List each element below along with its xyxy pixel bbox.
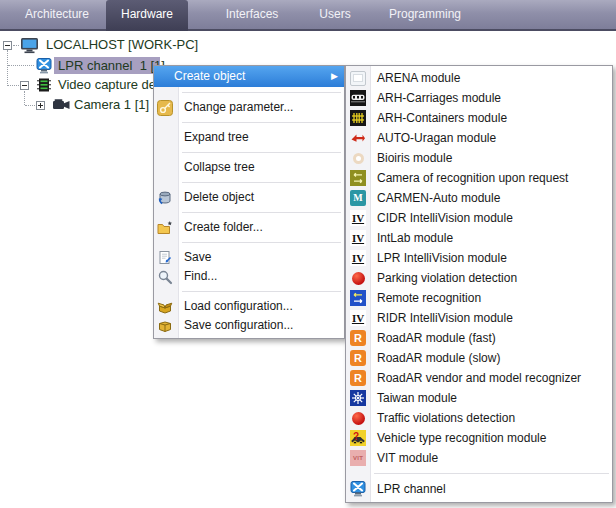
create-object-submenu: ARENA module ARH-Carriages module: [345, 65, 613, 503]
submenu-item-label: CARMEN-Auto module: [377, 191, 500, 205]
delete-icon: [157, 190, 173, 206]
save-config-icon: [157, 318, 173, 334]
submenu-item-cidr-intellivision-module[interactable]: IV CIDR IntelliVision module: [346, 208, 612, 228]
menu-item-label: Save configuration...: [184, 318, 293, 332]
save-icon: [157, 250, 173, 266]
submenu-item-label: AUTO-Uragan module: [377, 131, 496, 145]
menu-item-label: Save: [184, 250, 211, 264]
context-menu: Create object ▶ Change parameter... Expa…: [153, 65, 345, 339]
roadar-icon: R: [350, 350, 366, 366]
menu-item-find[interactable]: Find...: [154, 267, 344, 286]
submenu-item-arena-module[interactable]: ARENA module: [346, 68, 612, 88]
submenu-item-arh-containers-module[interactable]: ARH-Containers module: [346, 108, 612, 128]
menu-item-create-object[interactable]: Create object ▶: [154, 66, 344, 87]
tree-node-camera[interactable]: Camera 1 [1]: [74, 97, 149, 113]
expander-minus-icon[interactable]: [3, 41, 12, 50]
submenu-item-label: IntLab module: [377, 231, 453, 245]
tree-connector: [24, 91, 26, 105]
expander-plus-icon[interactable]: [36, 101, 45, 110]
submenu-item-roadar-module-slow[interactable]: R RoadAR module (slow): [346, 348, 612, 368]
submenu-item-ridr-intellivision-module[interactable]: IV RIDR IntelliVision module: [346, 308, 612, 328]
submenu-item-label: ARENA module: [377, 71, 460, 85]
menu-item-collapse-tree[interactable]: Collapse tree: [154, 158, 344, 177]
question-mark-glyph: ?: [353, 427, 359, 447]
tree-connector: [8, 65, 34, 67]
menu-separator: [182, 242, 341, 243]
submenu-item-roadar-module-fast[interactable]: R RoadAR module (fast): [346, 328, 612, 348]
tree-connector: [8, 85, 19, 87]
submenu-item-label: Parking violation detection: [377, 271, 517, 285]
submenu-item-label: RoadAR module (fast): [377, 331, 496, 345]
intellivision-icon: IV: [350, 310, 366, 326]
menu-item-label: Load configuration...: [184, 299, 293, 313]
menu-separator: [182, 291, 341, 292]
carriages-icon: [350, 90, 366, 106]
submenu-item-label: Camera of recognition upon request: [377, 171, 568, 185]
submenu-item-label: Traffic violations detection: [377, 411, 515, 425]
tree-node-localhost[interactable]: LOCALHOST [WORK-PC]: [46, 37, 198, 53]
menu-item-expand-tree[interactable]: Expand tree: [154, 128, 344, 147]
taiwan-icon: [350, 390, 366, 406]
remote-icon: [350, 290, 366, 306]
menu-item-label: Create folder...: [184, 220, 263, 234]
menu-item-change-parameter[interactable]: Change parameter...: [154, 98, 344, 117]
computer-icon: [20, 37, 39, 58]
lpr-channel-icon: [36, 58, 52, 78]
containers-icon: [350, 110, 366, 126]
submenu-item-vehicle-type-recognition-module[interactable]: ? Vehicle type recognition module: [346, 428, 612, 448]
menu-item-delete-object[interactable]: Delete object: [154, 188, 344, 207]
submenu-item-bioiris-module[interactable]: Bioiris module: [346, 148, 612, 168]
tab-users[interactable]: Users: [300, 0, 370, 29]
menu-item-label: Delete object: [184, 190, 254, 204]
intellivision-icon: IV: [350, 210, 366, 226]
menubar-bottom-edge: [0, 29, 616, 31]
submenu-item-arh-carriages-module[interactable]: ARH-Carriages module: [346, 88, 612, 108]
roadar-icon: R: [350, 330, 366, 346]
menu-item-create-folder[interactable]: Create folder...: [154, 218, 344, 237]
tab-hardware[interactable]: Hardware: [106, 0, 188, 31]
submenu-item-label: Bioiris module: [377, 151, 452, 165]
application-window: Architecture Hardware Interfaces Users P…: [0, 0, 616, 508]
find-icon: [157, 269, 173, 285]
submenu-item-parking-violation-detection[interactable]: Parking violation detection: [346, 268, 612, 288]
menu-separator: [182, 122, 341, 123]
menu-item-label: Collapse tree: [184, 160, 255, 174]
key-icon: [157, 100, 173, 116]
load-config-icon: [157, 299, 173, 315]
tree-node-lpr-channel[interactable]: LPR channel 1 [1]: [58, 58, 165, 74]
menu-separator: [182, 92, 341, 93]
submenu-item-lpr-channel[interactable]: LPR channel: [346, 479, 612, 499]
roadar-icon: R: [350, 370, 366, 386]
submenu-item-vit-module[interactable]: VIT VIT module: [346, 448, 612, 468]
submenu-item-label: VIT module: [377, 451, 438, 465]
submenu-item-taiwan-module[interactable]: Taiwan module: [346, 388, 612, 408]
intellivision-icon: IV: [350, 250, 366, 266]
submenu-item-intlab-module[interactable]: IV IntLab module: [346, 228, 612, 248]
submenu-item-label: Vehicle type recognition module: [377, 431, 546, 445]
submenu-item-carmen-auto-module[interactable]: M CARMEN-Auto module: [346, 188, 612, 208]
tab-interfaces[interactable]: Interfaces: [212, 0, 292, 29]
menu-item-save[interactable]: Save: [154, 248, 344, 267]
camera-request-icon: [350, 170, 366, 186]
submenu-item-lpr-intellivision-module[interactable]: IV LPR IntelliVision module: [346, 248, 612, 268]
submenu-item-roadar-vendor-and-model-recognizer[interactable]: R RoadAR vendor and model recognizer: [346, 368, 612, 388]
submenu-item-label: RoadAR module (slow): [377, 351, 500, 365]
expander-minus-icon[interactable]: [20, 81, 29, 90]
tab-architecture[interactable]: Architecture: [18, 0, 96, 29]
red-circle-icon: [350, 410, 366, 426]
submenu-item-label: ARH-Containers module: [377, 111, 507, 125]
submenu-item-label: ARH-Carriages module: [377, 91, 501, 105]
submenu-item-remote-recognition[interactable]: Remote recognition: [346, 288, 612, 308]
menu-separator: [182, 212, 341, 213]
tree-node-video-capture-device[interactable]: Video capture dev: [58, 77, 163, 93]
uragan-icon: [350, 130, 366, 146]
tab-programming[interactable]: Programming: [370, 0, 480, 29]
menu-item-save-configuration[interactable]: Save configuration...: [154, 316, 344, 335]
submenu-item-label: LPR IntelliVision module: [377, 251, 507, 265]
submenu-item-auto-uragan-module[interactable]: AUTO-Uragan module: [346, 128, 612, 148]
menu-item-load-configuration[interactable]: Load configuration...: [154, 297, 344, 316]
submenu-item-traffic-violations-detection[interactable]: Traffic violations detection: [346, 408, 612, 428]
submenu-item-label: Taiwan module: [377, 391, 457, 405]
submenu-item-camera-of-recognition-upon-request[interactable]: Camera of recognition upon request: [346, 168, 612, 188]
arena-icon: [350, 70, 366, 86]
